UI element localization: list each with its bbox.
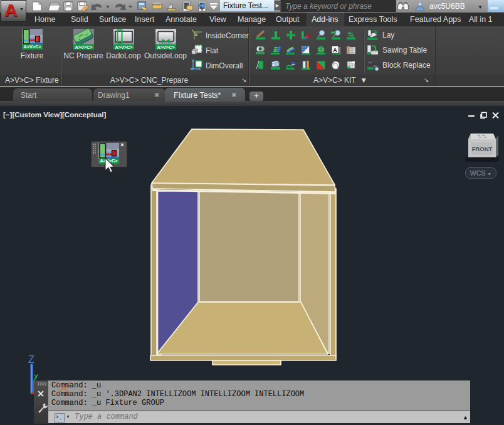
svg-text:Flat: Flat — [206, 46, 219, 55]
svg-text:A>V>C>: A>V>C> — [115, 45, 133, 50]
svg-text:DadoLoop: DadoLoop — [106, 51, 141, 60]
svg-text:Sawing Table: Sawing Table — [382, 46, 427, 55]
svg-text:Lay: Lay — [382, 31, 394, 39]
svg-text:A>V>C>: A>V>C> — [157, 45, 175, 50]
svg-text:InsideCorner: InsideCorner — [206, 31, 249, 40]
svg-text:Fixture: Fixture — [21, 51, 44, 60]
svg-text:Z: Z — [28, 354, 34, 365]
svg-text:NC Prepare: NC Prepare — [63, 51, 103, 60]
svg-text:A: A — [333, 47, 337, 53]
svg-text:DimOverall: DimOverall — [206, 61, 243, 70]
svg-text:Block Replace: Block Replace — [382, 61, 431, 70]
svg-text:FRONT: FRONT — [472, 145, 493, 152]
svg-text:OutsideLoop: OutsideLoop — [144, 51, 187, 60]
svg-text:A>V>C>: A>V>C> — [75, 45, 93, 50]
